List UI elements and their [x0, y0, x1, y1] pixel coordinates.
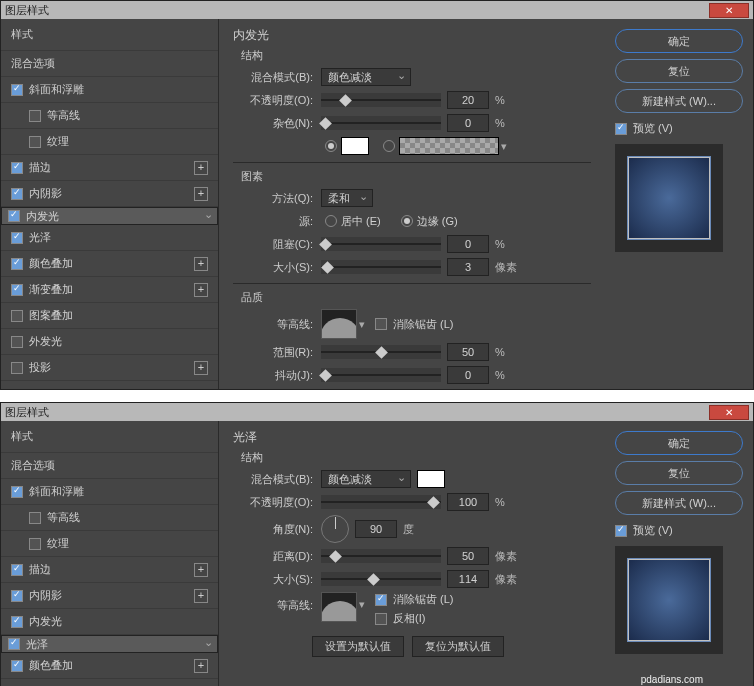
checkbox-icon[interactable] [11, 590, 23, 602]
add-effect-icon[interactable]: + [194, 283, 208, 297]
sidebar-item-inner-shadow[interactable]: 内阴影+ [1, 583, 218, 609]
checkbox-icon[interactable] [11, 258, 23, 270]
blend-mode-select[interactable]: 颜色减淡 [321, 68, 411, 86]
angle-dial[interactable] [321, 515, 349, 543]
add-effect-icon[interactable]: + [194, 161, 208, 175]
opacity-slider[interactable] [321, 93, 441, 107]
settings-panel: 光泽 结构 混合模式(B):颜色减淡 不透明度(O):100% 角度(N):90… [219, 421, 605, 686]
size-label: 大小(S): [233, 572, 321, 587]
opacity-input[interactable]: 100 [447, 493, 489, 511]
color-radio[interactable] [325, 140, 337, 152]
range-input[interactable]: 50 [447, 343, 489, 361]
checkbox-icon[interactable] [29, 512, 41, 524]
noise-input[interactable]: 0 [447, 114, 489, 132]
checkbox-icon[interactable] [11, 660, 23, 672]
checkbox-icon[interactable] [11, 232, 23, 244]
distance-input[interactable]: 50 [447, 547, 489, 565]
choke-slider[interactable] [321, 237, 441, 251]
checkbox-icon[interactable] [11, 336, 23, 348]
checkbox-icon[interactable] [11, 84, 23, 96]
sidebar-item-drop-shadow[interactable]: 投影+ [1, 355, 218, 381]
size-input[interactable]: 3 [447, 258, 489, 276]
checkbox-icon[interactable] [11, 362, 23, 374]
size-slider[interactable] [321, 260, 441, 274]
checkbox-icon[interactable] [11, 284, 23, 296]
size-input[interactable]: 114 [447, 570, 489, 588]
sidebar-item-satin[interactable]: 光泽 [1, 635, 218, 653]
sidebar-item-pattern-overlay[interactable]: 图案叠加 [1, 303, 218, 329]
sidebar-item-outer-glow[interactable]: 外发光 [1, 329, 218, 355]
sidebar-item-color-overlay[interactable]: 颜色叠加+ [1, 251, 218, 277]
source-center-radio[interactable] [325, 215, 337, 227]
add-effect-icon[interactable]: + [194, 257, 208, 271]
sidebar-item-contour[interactable]: 等高线 [1, 103, 218, 129]
sidebar-item-inner-glow[interactable]: 内发光 [1, 207, 218, 225]
noise-slider[interactable] [321, 116, 441, 130]
size-slider[interactable] [321, 572, 441, 586]
checkbox-icon[interactable] [29, 110, 41, 122]
contour-picker[interactable] [321, 592, 357, 622]
source-edge-radio[interactable] [401, 215, 413, 227]
sidebar-item-color-overlay[interactable]: 颜色叠加+ [1, 653, 218, 679]
blend-mode-select[interactable]: 颜色减淡 [321, 470, 411, 488]
range-slider[interactable] [321, 345, 441, 359]
close-button[interactable]: ✕ [709, 3, 749, 18]
sidebar-item-inner-shadow[interactable]: 内阴影+ [1, 181, 218, 207]
reset-button[interactable]: 复位 [615, 461, 743, 485]
checkbox-icon[interactable] [8, 638, 20, 650]
checkbox-icon[interactable] [29, 538, 41, 550]
add-effect-icon[interactable]: + [194, 659, 208, 673]
checkbox-icon[interactable] [11, 310, 23, 322]
antialias-checkbox[interactable] [375, 318, 387, 330]
color-swatch[interactable] [341, 137, 369, 155]
sidebar-item-inner-glow[interactable]: 内发光 [1, 609, 218, 635]
checkbox-icon[interactable] [11, 486, 23, 498]
checkbox-icon[interactable] [8, 210, 20, 222]
angle-input[interactable]: 90 [355, 520, 397, 538]
checkbox-icon[interactable] [11, 564, 23, 576]
new-style-button[interactable]: 新建样式 (W)... [615, 89, 743, 113]
sidebar-item-contour[interactable]: 等高线 [1, 505, 218, 531]
sidebar-item-bevel[interactable]: 斜面和浮雕 [1, 479, 218, 505]
opacity-slider[interactable] [321, 495, 441, 509]
gradient-swatch[interactable] [399, 137, 499, 155]
sidebar-item-texture[interactable]: 纹理 [1, 129, 218, 155]
jitter-input[interactable]: 0 [447, 366, 489, 384]
sidebar-item-texture[interactable]: 纹理 [1, 531, 218, 557]
close-button[interactable]: ✕ [709, 405, 749, 420]
preview-checkbox[interactable] [615, 123, 627, 135]
contour-picker[interactable] [321, 309, 357, 339]
preview-checkbox[interactable] [615, 525, 627, 537]
set-default-button[interactable]: 设置为默认值 [312, 636, 404, 657]
choke-input[interactable]: 0 [447, 235, 489, 253]
jitter-slider[interactable] [321, 368, 441, 382]
ok-button[interactable]: 确定 [615, 431, 743, 455]
add-effect-icon[interactable]: + [194, 361, 208, 375]
add-effect-icon[interactable]: + [194, 187, 208, 201]
sidebar-item-satin[interactable]: 光泽 [1, 225, 218, 251]
distance-slider[interactable] [321, 549, 441, 563]
ok-button[interactable]: 确定 [615, 29, 743, 53]
sidebar-item-gradient-overlay[interactable]: 渐变叠加+ [1, 277, 218, 303]
add-effect-icon[interactable]: + [194, 563, 208, 577]
sidebar-blend-options[interactable]: 混合选项 [1, 453, 218, 479]
checkbox-icon[interactable] [29, 136, 41, 148]
action-panel: 确定 复位 新建样式 (W)... 预览 (V) [605, 421, 753, 686]
sidebar-item-bevel[interactable]: 斜面和浮雕 [1, 77, 218, 103]
sidebar-item-stroke[interactable]: 描边+ [1, 557, 218, 583]
technique-select[interactable]: 柔和 [321, 189, 373, 207]
reset-button[interactable]: 复位 [615, 59, 743, 83]
color-swatch[interactable] [417, 470, 445, 488]
antialias-checkbox[interactable] [375, 594, 387, 606]
checkbox-icon[interactable] [11, 616, 23, 628]
sidebar-blend-options[interactable]: 混合选项 [1, 51, 218, 77]
opacity-input[interactable]: 20 [447, 91, 489, 109]
invert-checkbox[interactable] [375, 613, 387, 625]
checkbox-icon[interactable] [11, 162, 23, 174]
new-style-button[interactable]: 新建样式 (W)... [615, 491, 743, 515]
gradient-radio[interactable] [383, 140, 395, 152]
sidebar-item-stroke[interactable]: 描边+ [1, 155, 218, 181]
checkbox-icon[interactable] [11, 188, 23, 200]
add-effect-icon[interactable]: + [194, 589, 208, 603]
reset-default-button[interactable]: 复位为默认值 [412, 636, 504, 657]
